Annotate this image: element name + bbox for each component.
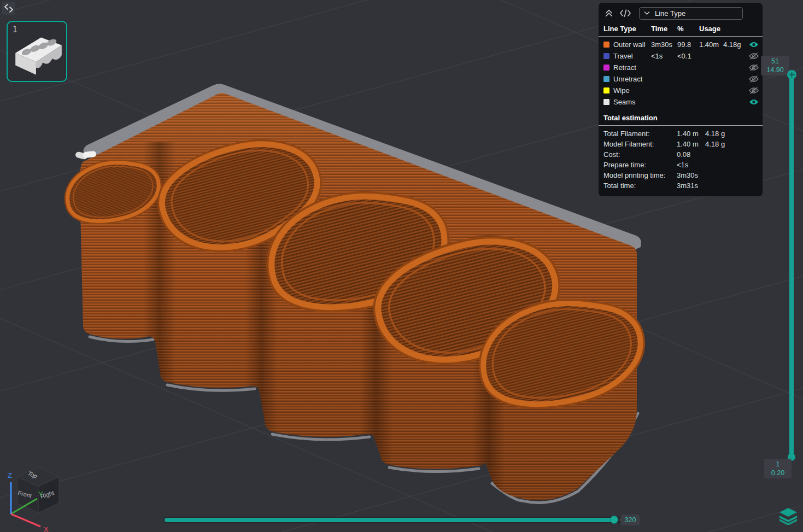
divider [599, 36, 763, 37]
estimation-title: Total estimation [599, 109, 763, 125]
gizmo-axis-z-label: Z [8, 471, 12, 480]
legend-row: Unretract [603, 73, 758, 85]
move-slider-value: 320 [621, 515, 640, 525]
eye-hidden-icon [749, 52, 759, 60]
move-slider-fill [165, 518, 613, 522]
col-percent: % [677, 25, 699, 33]
estimation-value-1: <1s [677, 161, 705, 169]
col-usage: Usage [699, 25, 758, 33]
estimation-label: Total time: [603, 182, 677, 190]
code-brackets-icon [620, 9, 631, 17]
toggle-visibility-button[interactable] [747, 52, 759, 60]
legend-row: Wipe [603, 85, 758, 96]
view-type-value: Line Type [655, 9, 685, 17]
layer-slider-bottom-tooltip: 1 0.20 [764, 459, 792, 478]
estimation-value-2: 4.18 g [705, 130, 758, 138]
estimation-label: Model Filament: [603, 140, 677, 148]
toggle-visibility-button[interactable] [747, 41, 759, 48]
plate-model-preview [10, 26, 66, 78]
layer-slider-track[interactable] [789, 77, 794, 456]
legend-row: Retract [603, 62, 758, 73]
bottom-layer-height: 0.20 [766, 469, 789, 477]
estimation-value-1: 3m31s [677, 182, 705, 190]
col-line-type: Line Type [603, 25, 651, 33]
collapse-chevrons-icon [3, 3, 14, 14]
line-type-percent: 99.8 [677, 40, 699, 49]
collapse-sidebar-button[interactable] [2, 2, 15, 15]
estimation-row: Cost:0.08 [603, 149, 758, 160]
eye-visible-icon [749, 98, 759, 106]
line-type-time: <1s [651, 52, 677, 60]
toggle-visibility-button[interactable] [747, 98, 759, 106]
estimation-label: Prepare time: [603, 161, 677, 169]
layer-slider-top-tooltip: 51 14.90 [761, 56, 789, 75]
bottom-layer-number: 1 [766, 460, 789, 469]
divider [599, 125, 763, 126]
gizmo-axis-y-label: Y [38, 490, 43, 498]
line-type-label: Travel [613, 52, 651, 60]
line-type-swatch [603, 42, 609, 48]
line-type-label: Wipe [613, 86, 651, 95]
col-time: Time [651, 25, 677, 33]
eye-hidden-icon [749, 87, 759, 94]
gcode-viewer-button[interactable] [619, 8, 631, 18]
legend-row: Outer wall3m30s99.81.40m4.18g [603, 39, 758, 50]
layer-slider-top-handle[interactable] [787, 70, 796, 79]
estimation-value-2: 4.18 g [705, 140, 758, 148]
estimation-row: Model printing time:3m30s [603, 170, 758, 180]
line-type-label: Retract [613, 63, 651, 72]
line-type-percent: <0.1 [677, 52, 699, 60]
estimation-label: Cost: [603, 150, 677, 159]
eye-hidden-icon [749, 75, 759, 83]
estimation-label: Total Filament: [603, 130, 677, 138]
legend-header: Line Type Time % Usage [599, 24, 763, 36]
top-layer-height: 14.90 [763, 66, 787, 74]
line-type-swatch [603, 76, 609, 82]
estimation-label: Model printing time: [603, 171, 677, 179]
estimation-row: Prepare time:<1s [603, 160, 758, 170]
legend-row: Travel<1s<0.1 [603, 50, 758, 62]
line-type-usage-weight: 4.18g [723, 40, 747, 49]
layers-icon [778, 507, 798, 525]
estimation-value-1: 1.40 m [677, 140, 705, 148]
top-layer-number: 51 [763, 57, 787, 66]
estimation-value-1: 1.40 m [677, 130, 705, 138]
estimation-rows: Total Filament:1.40 m4.18 gModel Filamen… [599, 126, 763, 191]
line-type-swatch [603, 87, 609, 93]
gizmo-axis-x-label: X [44, 525, 49, 532]
line-type-swatch [603, 65, 609, 71]
line-type-time: 3m30s [651, 40, 677, 49]
plate-thumbnail[interactable]: 1 [7, 21, 67, 82]
layers-view-button[interactable] [777, 505, 799, 527]
eye-visible-icon [749, 41, 759, 48]
view-type-dropdown[interactable]: Line Type [639, 7, 743, 20]
gizmo-axis-x [11, 514, 40, 527]
toggle-visibility-button[interactable] [747, 64, 759, 71]
chevron-down-icon [644, 11, 650, 15]
estimation-value-1: 0.08 [677, 150, 705, 159]
legend-row: Seams [603, 96, 758, 108]
line-type-label: Unretract [613, 75, 651, 83]
move-value-text: 320 [625, 516, 636, 524]
toggle-visibility-button[interactable] [747, 87, 759, 94]
estimation-row: Total time:3m31s [603, 180, 758, 191]
line-type-swatch [603, 99, 609, 105]
line-type-usage-length: 1.40m [699, 40, 723, 49]
estimation-value-1: 3m30s [677, 171, 705, 179]
eye-hidden-icon [749, 64, 759, 71]
estimation-row: Model Filament:1.40 m4.18 g [603, 139, 758, 149]
legend-rows: Outer wall3m30s99.81.40m4.18g Travel<1s<… [599, 37, 763, 109]
orientation-gizmo[interactable]: Top Front Right Z Y X [3, 461, 67, 532]
collapse-panel-button[interactable] [603, 8, 615, 18]
move-slider-track[interactable] [163, 517, 621, 523]
line-type-label: Seams [613, 98, 651, 106]
estimation-row: Total Filament:1.40 m4.18 g [603, 128, 758, 139]
plus-icon [789, 72, 795, 78]
panel-header: Line Type [599, 3, 763, 24]
line-type-panel: Line Type Line Type Time % Usage Outer w… [598, 2, 763, 197]
toggle-visibility-button[interactable] [747, 75, 759, 83]
line-type-swatch [603, 53, 609, 59]
move-slider-handle[interactable] [610, 516, 618, 524]
line-type-label: Outer wall [613, 40, 651, 49]
double-chevron-up-icon [605, 9, 613, 17]
